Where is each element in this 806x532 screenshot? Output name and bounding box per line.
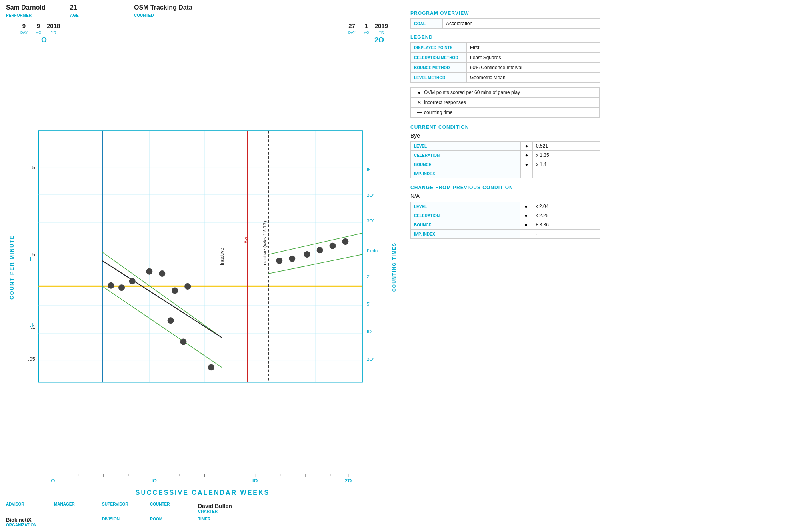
counted-value: OSM Tracking Data: [134, 4, 400, 12]
legend-icon-incorrect: ✕ incorrect responses: [411, 97, 600, 107]
change-condition-table: LEVEL ● x 2.04 CELERATION ● x 2.25 BOUNC…: [410, 202, 600, 239]
change-level-label: LEVEL: [411, 202, 520, 211]
change-title: CHANGE FROM PREVIOUS CONDITION: [410, 185, 600, 190]
change-imp-value: -: [532, 230, 600, 239]
current-imp-dot: [520, 169, 532, 178]
change-level-dot: ●: [520, 202, 532, 211]
performer-label: PERFORMER: [6, 13, 54, 18]
svg-text:2': 2': [367, 274, 370, 279]
end-date-group: 27 DAY 1 MO 2019 YR: [346, 22, 388, 34]
legend-row-level: LEVEL METHOD Geometric Mean: [411, 73, 600, 83]
start-yr: 2018 YR: [47, 22, 60, 34]
svg-point-41: [129, 278, 135, 284]
right-panel: PROGRAM OVERVIEW GOAL Acceleration LEGEN…: [404, 0, 606, 532]
supervisor-label: SUPERVISOR: [102, 502, 142, 507]
counting-text: counting time: [424, 110, 452, 115]
svg-text:Inactive: Inactive: [219, 248, 225, 265]
svg-point-42: [146, 268, 152, 274]
current-celeration-row: CELERATION ● x 1.35: [411, 151, 600, 160]
legend-row-displayed: DISPLAYED POINTS First: [411, 43, 600, 53]
end-yr: 2019 YR: [375, 22, 388, 34]
change-celeration-row: CELERATION ● x 2.25: [411, 211, 600, 220]
organization-value: BiokinetiX: [6, 517, 46, 523]
legend-displayed-value: First: [467, 43, 600, 53]
legend-icon-counting: — counting time: [411, 107, 600, 118]
top-x-end: 2O: [374, 36, 384, 44]
svg-point-51: [304, 252, 310, 258]
x-axis-ticks: O IO IO 2O: [17, 474, 388, 488]
chart-area: Sam Darnold PERFORMER 21 AGE OSM Trackin…: [0, 0, 404, 532]
legend-row-celeration: CELERATION METHOD Least Squares: [411, 53, 600, 63]
y-axis-right-label: COUNTING TIMES: [392, 242, 396, 292]
legend-level-label: LEVEL METHOD: [411, 73, 467, 83]
legend-bounce-value: 90% Confidence Interval: [467, 63, 600, 73]
division-field: DIVISION: [102, 516, 142, 522]
program-overview-title: PROGRAM OVERVIEW: [410, 10, 600, 16]
advisor-field: ADVISOR: [6, 502, 46, 508]
legend-bounce-label: BOUNCE METHOD: [411, 63, 467, 73]
goal-label: GOAL: [411, 19, 443, 29]
svg-rect-0: [38, 131, 362, 382]
age-field: 21 AGE: [70, 4, 118, 18]
change-bounce-dot: ●: [520, 220, 532, 230]
svg-text:IO: IO: [151, 478, 157, 484]
legend-title: LEGEND: [410, 34, 600, 40]
svg-text:Inactive (wks 12-13): Inactive (wks 12-13): [262, 221, 268, 266]
current-bounce-value: x 1.4: [532, 160, 600, 169]
room-field: ROOM: [150, 516, 190, 522]
legend-level-value: Geometric Mean: [467, 73, 600, 83]
counter-label: COUNTER: [150, 502, 190, 507]
current-level-row: LEVEL ● 0.521: [411, 142, 600, 151]
dot-icon: ●: [414, 90, 424, 95]
charter-field: David Bullen CHARTER: [198, 502, 246, 514]
current-celeration-label: CELERATION: [411, 151, 521, 160]
current-bounce-row: BOUNCE ● x 1.4: [411, 160, 600, 169]
age-value: 21: [70, 4, 118, 12]
svg-text:IO': IO': [367, 329, 373, 334]
start-day: 9 DAY: [18, 22, 30, 34]
svg-point-39: [108, 282, 114, 288]
svg-text:2O": 2O": [367, 192, 375, 198]
change-level-row: LEVEL ● x 2.04: [411, 202, 600, 211]
svg-point-49: [276, 258, 282, 264]
svg-point-48: [208, 364, 214, 370]
current-level-dot: ●: [520, 142, 532, 151]
start-date-group: 9 DAY 9 MO 2018 YR: [18, 22, 60, 34]
change-imp-row: IMP. INDEX -: [411, 230, 600, 239]
advisor-label: ADVISOR: [6, 502, 46, 507]
svg-text:IO: IO: [252, 478, 258, 484]
ovm-text: OVM points scored per 60 mins of game pl…: [424, 90, 520, 95]
header-row: Sam Darnold PERFORMER 21 AGE OSM Trackin…: [6, 4, 400, 18]
x-icon: ✕: [414, 100, 424, 105]
current-bounce-dot: ●: [520, 160, 532, 169]
top-x-start: O: [41, 36, 47, 44]
svg-text:O: O: [51, 478, 55, 484]
svg-text:2O: 2O: [345, 478, 352, 484]
date-row: 9 DAY 9 MO 2018 YR 27 DAY 1: [6, 22, 400, 34]
legend-table: DISPLAYED POINTS First CELERATION METHOD…: [410, 42, 600, 83]
svg-text:.05: .05: [28, 356, 35, 362]
svg-point-50: [289, 256, 295, 262]
manager-empty: [54, 516, 94, 523]
change-imp-dot: [520, 230, 532, 239]
svg-point-54: [342, 239, 348, 245]
y-axis-left-label: COUNT PER MINUTE: [7, 235, 16, 300]
legend-celeration-label: CELERATION METHOD: [411, 53, 467, 63]
chart-wrapper: COUNT PER MINUTE O 2O: [6, 36, 400, 498]
icon-legend-container: ● OVM points scored per 60 mins of game …: [410, 87, 600, 118]
svg-point-46: [168, 318, 174, 324]
x-axis-label: SUCCESSIVE CALENDAR WEEKS: [17, 488, 388, 498]
current-level-label: LEVEL: [411, 142, 521, 151]
change-celeration-dot: ●: [520, 211, 532, 220]
svg-point-40: [119, 285, 125, 291]
svg-text:5: 5: [32, 164, 35, 170]
change-bounce-value: ÷ 3.36: [532, 220, 600, 230]
legend-icon-ovm: ● OVM points scored per 60 mins of game …: [411, 87, 600, 97]
change-level-value: x 2.04: [532, 202, 600, 211]
change-imp-label: IMP. INDEX: [411, 230, 520, 239]
legend-displayed-label: DISPLAYED POINTS: [411, 43, 467, 53]
timer-label: TIMER: [198, 517, 246, 522]
bottom-info-row: ADVISOR MANAGER SUPERVISOR COUNTER David…: [6, 502, 400, 514]
legend-celeration-value: Least Squares: [467, 53, 600, 63]
change-na: N/A: [410, 193, 600, 199]
